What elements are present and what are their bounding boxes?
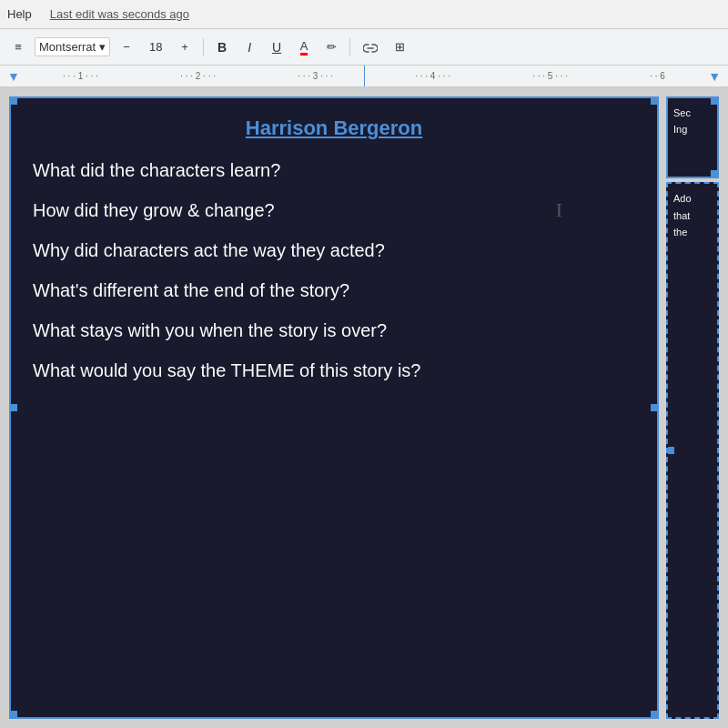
question-4: What's different at the end of the story… xyxy=(33,278,635,302)
bold-button[interactable]: B xyxy=(211,35,233,60)
ruler-tick-3: · · · 3 · · · xyxy=(298,71,333,81)
question-2: How did they grow & change? xyxy=(33,198,635,222)
question-2-wrapper: How did they grow & change? I xyxy=(33,198,635,222)
link-icon xyxy=(363,42,378,53)
document-title: Harrison Bergeron xyxy=(33,116,635,140)
font-size-increase-button[interactable]: + xyxy=(174,35,196,60)
font-size-decrease-button[interactable]: − xyxy=(116,35,137,60)
handle-top-right[interactable] xyxy=(651,97,658,105)
side-panel-top-text: SecIng xyxy=(673,107,691,135)
handle-top-left[interactable] xyxy=(10,97,17,105)
ruler-tick-2: · · · 2 · · · xyxy=(180,71,216,81)
link-button[interactable] xyxy=(358,35,383,60)
side-panel-bottom: Adothatthe xyxy=(666,182,719,719)
document-box[interactable]: Harrison Bergeron What did the character… xyxy=(9,96,659,719)
font-dropdown-icon[interactable]: ▾ xyxy=(99,40,106,54)
handle-bottom-left[interactable] xyxy=(10,711,17,718)
side-handle-br[interactable] xyxy=(711,170,718,177)
handle-middle-left[interactable] xyxy=(10,404,17,411)
question-1: What did the characters learn? xyxy=(33,158,635,182)
handle-middle-right[interactable] xyxy=(651,404,658,411)
font-size-value: 18 xyxy=(143,40,168,54)
toolbar: ≡ Montserrat ▾ − 18 + B I U A ✏ ⊞ xyxy=(0,29,728,66)
ruler-inner: ▼ · · · 1 · · · · · · 2 · · · · · · 3 · … xyxy=(4,66,724,86)
toolbar-separator-2 xyxy=(349,38,350,56)
ruler: ▼ · · · 1 · · · · · · 2 · · · · · · 3 · … xyxy=(0,66,728,87)
handle-bottom-right[interactable] xyxy=(651,711,658,718)
font-selector[interactable]: Montserrat ▾ xyxy=(35,37,110,56)
help-menu[interactable]: Help xyxy=(7,7,32,21)
font-name-label: Montserrat xyxy=(39,40,96,54)
question-3: Why did characters act the way they acte… xyxy=(33,238,635,262)
font-color-button[interactable]: A xyxy=(293,35,315,60)
menu-bar: Help Last edit was seconds ago xyxy=(0,0,728,29)
ruler-tick-5: · · · 5 · · · xyxy=(532,71,568,81)
ruler-tick-6: · · 6 xyxy=(650,71,665,81)
expand-button[interactable]: ⊞ xyxy=(389,35,410,60)
question-6: What would you say the THEME of this sto… xyxy=(33,359,635,382)
toolbar-separator-1 xyxy=(203,38,204,56)
ruler-cursor-line xyxy=(364,66,365,86)
underline-button[interactable]: U xyxy=(266,35,288,60)
ruler-tick-4: · · · 4 · · · xyxy=(415,71,450,81)
side-handle-tr[interactable] xyxy=(711,97,718,105)
side-panel: SecIng Adothatthe xyxy=(666,96,719,719)
ruler-left-arrow: ▼ xyxy=(7,69,20,84)
side-panel-top: SecIng xyxy=(666,96,719,178)
question-5: What stays with you when the story is ov… xyxy=(33,318,635,342)
last-edit-status: Last edit was seconds ago xyxy=(50,7,189,21)
font-color-label: A xyxy=(300,39,308,56)
content-area: Harrison Bergeron What did the character… xyxy=(0,87,728,728)
side-panel-bottom-text: Adothatthe xyxy=(673,193,692,238)
indent-button[interactable]: ≡ xyxy=(7,35,29,60)
text-cursor: I xyxy=(556,198,562,222)
italic-button[interactable]: I xyxy=(238,35,260,60)
ruler-right-arrow: ▼ xyxy=(708,69,721,84)
ruler-tick-1: · · · 1 · · · xyxy=(63,71,98,81)
highlight-button[interactable]: ✏ xyxy=(320,35,342,60)
side-handle-ml[interactable] xyxy=(667,447,674,454)
